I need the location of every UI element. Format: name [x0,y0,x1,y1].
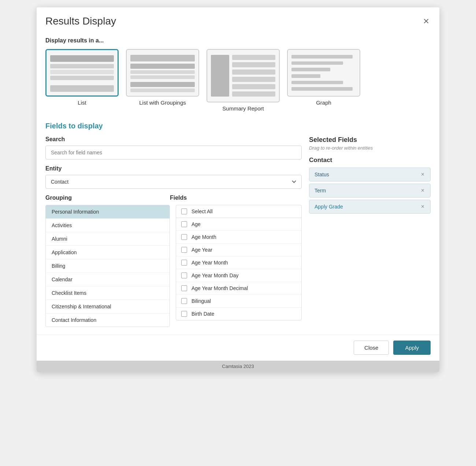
fields-list: Select All Age Age Month [176,205,302,320]
checkbox-age-year-month[interactable] [181,260,187,266]
entity-select[interactable]: Contact [45,175,302,189]
grouping-item-alumni[interactable]: Alumni [46,232,170,246]
graph-row-3 [291,68,330,71]
card-row-light [50,70,114,74]
summary-col-wide [232,55,275,97]
checkbox-birth-date[interactable] [181,311,187,317]
card-group-header [130,55,195,61]
card-group-row-3 [130,89,195,92]
camtasia-label: Camtasia 2023 [222,364,254,369]
grouping-item-contact-info[interactable]: Contact Information [46,313,170,327]
fields-column: Fields Select All Age [170,195,302,327]
modal-footer: Close Apply [37,334,439,361]
field-item-birth-date[interactable]: Birth Date [176,308,301,320]
checkbox-bilingual[interactable] [181,298,187,304]
checkbox-age-month[interactable] [181,234,187,240]
field-item-age-year-month-day[interactable]: Age Year Month Day [176,269,301,282]
grouping-item-personal[interactable]: Personal Information [46,205,170,219]
field-label-age-year: Age Year [191,247,212,253]
selected-field-term[interactable]: Term × [309,184,431,198]
fields-layout: Search Entity Contact Grouping [45,136,431,327]
display-card-groupings[interactable] [126,49,199,97]
selected-fields-subtitle: Drag to re-order within entities [309,145,431,151]
selected-field-apply-grade[interactable]: Apply Grade × [309,200,431,214]
display-option-graph[interactable]: Graph [287,49,360,112]
grouping-item-activities[interactable]: Activities [46,219,170,232]
grouping-col-header: Grouping [45,195,170,201]
entity-row: Entity Contact [45,165,302,189]
selected-field-apply-grade-label: Apply Grade [315,204,343,210]
field-item-select-all[interactable]: Select All [176,205,301,218]
graph-row-6 [291,87,353,91]
selected-fields-title: Selected Fields [309,136,431,144]
summary-col-narrow [211,55,229,97]
grouping-item-citizenship[interactable]: Citizenship & International [46,300,170,313]
display-section-label: Display results in a... [45,32,431,44]
grouping-item-checklist[interactable]: Checklist Items [46,286,170,300]
grouping-item-application[interactable]: Application [46,246,170,259]
apply-button[interactable]: Apply [393,341,431,355]
summary-row-4 [232,77,275,82]
results-display-modal: Results Display × Display results in a..… [37,7,439,372]
card-row [50,64,114,68]
selected-field-status-label: Status [315,172,329,177]
selected-field-term-label: Term [315,188,326,193]
display-card-list[interactable] [45,49,119,97]
display-options-group: List List with Groupings [45,49,431,112]
fields-col-header: Fields [170,195,302,201]
grouping-item-billing[interactable]: Billing [46,259,170,273]
field-label-age-year-month-day: Age Year Month Day [191,273,238,278]
summary-row-3 [232,69,275,75]
field-label-age: Age [191,221,201,227]
remove-apply-grade-button[interactable]: × [420,204,425,210]
display-option-list[interactable]: List [45,49,119,112]
field-item-age-month[interactable]: Age Month [176,231,301,244]
grouping-column: Grouping Personal Information Activities… [45,195,170,327]
search-input[interactable] [45,146,302,159]
graph-row-5 [291,81,343,84]
checkbox-age[interactable] [181,221,187,227]
display-option-summary[interactable]: Summary Report [207,49,280,112]
checkbox-age-year[interactable] [181,247,187,253]
fields-section-title: Fields to display [45,119,431,136]
modal-body: Display results in a... List [37,32,439,327]
field-item-age-year-month[interactable]: Age Year Month [176,256,301,269]
grouping-item-calendar[interactable]: Calendar [46,273,170,286]
graph-row-2 [291,61,343,65]
display-option-list-groupings[interactable]: List with Groupings [126,49,199,112]
camtasia-bar: Camtasia 2023 [37,361,439,372]
entity-label: Entity [45,165,302,172]
field-item-age[interactable]: Age [176,218,301,231]
graph-row-1 [291,55,353,59]
card-footer-row [50,85,114,92]
search-row: Search [45,136,302,159]
field-item-age-year-month-decimal[interactable]: Age Year Month Decimal [176,282,301,295]
card-group-sub-header [130,64,195,69]
card-group-row-1 [130,70,195,74]
field-label-age-month: Age Month [191,234,216,240]
field-label-bilingual: Bilingual [191,298,211,304]
remove-term-button[interactable]: × [420,188,425,193]
graph-row-4 [291,74,320,78]
select-all-label: Select All [191,208,213,214]
card-row-header [50,55,114,62]
left-panel: Search Entity Contact Grouping [45,136,302,327]
field-item-age-year[interactable]: Age Year [176,244,301,256]
field-label-birth-date: Birth Date [191,311,214,317]
checkbox-select-all[interactable] [181,208,187,214]
selected-field-status[interactable]: Status × [309,168,431,181]
field-item-bilingual[interactable]: Bilingual [176,295,301,308]
grouping-fields-row: Grouping Personal Information Activities… [45,195,302,327]
field-label-age-year-month: Age Year Month [191,260,228,266]
modal-title: Results Display [45,15,116,27]
search-label: Search [45,136,302,143]
display-option-groupings-label: List with Groupings [139,99,186,106]
modal-header: Results Display × [37,7,439,32]
close-button[interactable]: Close [354,341,389,355]
display-card-summary[interactable] [207,49,280,102]
display-card-graph[interactable] [287,49,360,97]
remove-status-button[interactable]: × [420,172,425,177]
checkbox-age-year-month-day[interactable] [181,273,187,278]
checkbox-age-year-month-decimal[interactable] [181,285,187,291]
modal-close-button[interactable]: × [422,15,431,28]
